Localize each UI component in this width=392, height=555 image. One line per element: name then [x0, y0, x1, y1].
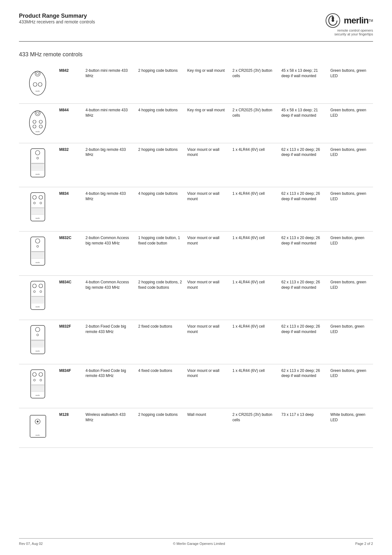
product-color: Green buttons, green LED [328, 103, 373, 143]
svg-rect-54 [31, 298, 44, 298]
product-description: 4-button Fixed Code big remote 433 MHz [83, 364, 136, 408]
svg-point-6 [38, 83, 42, 86]
product-code: 2 hopping code buttons [136, 64, 185, 103]
svg-rect-36 [31, 214, 44, 215]
product-image: merlin [19, 187, 57, 231]
product-color: Green buttons, green LED [328, 64, 373, 103]
svg-text:merlin: merlin [35, 394, 40, 396]
table-row: merlin M834 4-button big remote 433 MHz … [19, 187, 373, 231]
svg-point-12 [39, 120, 42, 123]
svg-rect-23 [31, 169, 44, 169]
product-description: 2-button mini remote 433 MHz [83, 64, 136, 103]
svg-point-49 [33, 284, 36, 288]
merlin-tm: TM [369, 19, 373, 22]
svg-rect-58 [31, 303, 44, 303]
svg-rect-33 [31, 210, 44, 211]
product-dimensions: 62 x 113 x 20 deep; 26 deep if wall moun… [279, 187, 328, 231]
product-image: merlin [19, 364, 57, 408]
svg-point-17 [35, 151, 40, 155]
merlin-brand-text: merlinTM [344, 15, 373, 26]
svg-point-28 [39, 195, 43, 199]
table-row: merlin M832F 2-button Fixed Code big rem… [19, 320, 373, 364]
svg-point-1 [332, 19, 334, 22]
product-mount: Visor mount or wall mount [185, 364, 230, 408]
table-row: merlin M834F 4-button Fixed Code big rem… [19, 364, 373, 408]
svg-point-27 [33, 195, 36, 199]
footer-left: Rev 07, Aug 02 [19, 542, 43, 546]
page-title: Product Range Summary [19, 13, 95, 19]
product-model: M844 [57, 103, 83, 143]
header-right: merlinTM remote control openers security… [325, 13, 373, 36]
svg-rect-41 [31, 251, 44, 252]
product-mount: Visor mount or wall mount [185, 275, 230, 320]
svg-text:merlin: merlin [35, 131, 40, 133]
product-description: 4-button mini remote 433 MHz [83, 103, 136, 143]
footer-right: Page 2 of 2 [355, 542, 373, 546]
svg-point-18 [37, 157, 39, 159]
svg-point-62 [37, 334, 39, 336]
product-dimensions: 62 x 113 x 20 deep; 26 deep if wall moun… [279, 143, 328, 187]
product-battery: 1 x 4LR44 (6V) cell [230, 143, 279, 187]
merlin-tagline: remote control openers security at your … [334, 28, 373, 36]
svg-point-13 [33, 125, 36, 128]
svg-rect-24 [31, 170, 44, 170]
product-dimensions: 45 x 58 x 13 deep; 21 deep if wall mount… [279, 64, 328, 103]
product-code: 4 hopping code buttons [136, 187, 185, 231]
product-code: 1 hopping code button, 1 fixed code butt… [136, 231, 185, 276]
svg-rect-43 [31, 254, 44, 255]
product-code: 2 hopping code buttons, 2 fixed code but… [136, 275, 185, 320]
svg-rect-80 [31, 391, 44, 392]
footer-center: © Merlin Garage Openers Limited [173, 542, 225, 546]
svg-rect-19 [31, 163, 44, 164]
svg-rect-53 [31, 296, 44, 297]
svg-rect-44 [31, 256, 44, 256]
svg-text:merlin: merlin [35, 306, 40, 308]
product-description: Wireless wallswitch 433 MHz [83, 408, 136, 448]
merlin-logo-icon [325, 13, 341, 28]
merlin-logo: merlinTM [325, 13, 373, 28]
svg-rect-35 [31, 213, 44, 213]
svg-rect-67 [31, 345, 44, 346]
product-code: 2 fixed code buttons [136, 320, 185, 364]
svg-point-11 [33, 120, 36, 123]
svg-rect-79 [31, 390, 44, 391]
svg-text:merlin: merlin [35, 90, 40, 92]
svg-text:merlin: merlin [35, 173, 40, 175]
product-battery: 1 x 4LR44 (6V) cell [230, 320, 279, 364]
svg-point-30 [40, 202, 42, 204]
product-color: Green button, green LED [328, 231, 373, 276]
product-battery: 1 x 4LR44 (6V) cell [230, 187, 279, 231]
svg-rect-31 [31, 207, 44, 208]
product-image: merlin [19, 103, 57, 143]
product-model: M832C [57, 231, 83, 276]
product-dimensions: 62 x 113 x 20 deep; 26 deep if wall moun… [279, 275, 328, 320]
page-subtitle: 433MHz receivers and remote controls [19, 19, 95, 24]
svg-rect-22 [31, 167, 44, 168]
product-mount: Visor mount or wall mount [185, 187, 230, 231]
svg-point-5 [33, 83, 37, 86]
svg-text:merlin: merlin [35, 217, 40, 219]
product-image: merlin [19, 275, 57, 320]
svg-point-51 [34, 291, 35, 293]
table-row: merlin M842 2-button mini remote 433 MHz… [19, 64, 373, 103]
svg-point-39 [35, 239, 40, 243]
product-image: merlin [19, 408, 57, 448]
section-title: 433 MHz remote controls [19, 51, 373, 58]
svg-rect-66 [31, 344, 44, 345]
svg-rect-68 [31, 347, 44, 347]
product-code: 2 hopping code buttons [136, 143, 185, 187]
product-model: M128 [57, 408, 83, 448]
svg-text:merlin: merlin [35, 434, 40, 436]
svg-rect-76 [31, 386, 44, 387]
table-row: merlin M844 4-button mini remote 433 MHz… [19, 103, 373, 143]
product-code: 4 fixed code buttons [136, 364, 185, 408]
product-mount: Visor mount or wall mount [185, 320, 230, 364]
svg-rect-77 [31, 387, 44, 388]
svg-rect-42 [31, 253, 44, 254]
product-image: merlin [19, 143, 57, 187]
table-row: merlin M128 Wireless wallswitch 433 MHz … [19, 408, 373, 448]
product-mount: Key ring or wall mount [185, 64, 230, 103]
product-model: M832F [57, 320, 83, 364]
svg-point-74 [40, 379, 42, 381]
product-dimensions: 73 x 117 x 13 deep [279, 408, 328, 448]
